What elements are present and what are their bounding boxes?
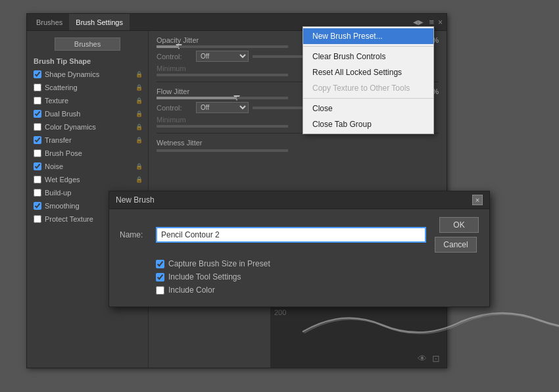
flow-slider-container[interactable]: [157, 97, 288, 99]
lock-icon-5: 🔒: [135, 137, 143, 143]
canvas-number: 200: [274, 308, 286, 316]
include-tool-label: Include Tool Settings: [168, 272, 241, 282]
sidebar-item-texture[interactable]: Texture🔒: [27, 94, 148, 107]
menu-item-clear-brush[interactable]: Clear Brush Controls: [303, 49, 433, 64]
sidebar-checkbox-11[interactable]: [34, 215, 41, 223]
sidebar-item-noise[interactable]: Noise🔒: [27, 160, 148, 173]
menu-divider-1: [303, 46, 433, 47]
sidebar-item-shape-dynamics[interactable]: Shape Dynamics🔒: [27, 68, 148, 81]
min-slider-2[interactable]: [157, 125, 288, 128]
tab-brush-settings[interactable]: Brush Settings: [69, 14, 130, 30]
sidebar-checkbox-0[interactable]: [34, 70, 41, 78]
dialog-close-button[interactable]: ×: [472, 195, 483, 205]
capture-brush-label: Capture Brush Size in Preset: [168, 259, 270, 268]
control-label-1: Control:: [157, 53, 196, 61]
sidebar-label-8: Wet Edges: [45, 176, 80, 184]
lock-icon-3: 🔒: [135, 110, 143, 117]
sidebar-checkbox-5[interactable]: [34, 136, 41, 144]
sidebar-label-6: Brush Pose: [45, 149, 82, 157]
sidebar-label-11: Protect Texture: [45, 215, 93, 223]
include-color-label: Include Color: [168, 285, 215, 295]
sidebar-label-3: Dual Brush: [45, 110, 80, 118]
sidebar-checkbox-8[interactable]: [34, 176, 41, 184]
brushes-button[interactable]: Brushes: [55, 37, 120, 51]
min-slider-1[interactable]: [157, 74, 288, 76]
sidebar-label-0: Shape Dynamics: [45, 70, 99, 78]
sidebar-item-dual-brush[interactable]: Dual Brush🔒: [27, 107, 148, 120]
checkbox-capture-brush: Capture Brush Size in Preset: [156, 259, 479, 268]
sidebar-label-5: Transfer: [45, 136, 72, 144]
dialog-body: Name: OK Cancel Capture Brush Size in Pr…: [109, 209, 489, 306]
new-brush-dialog: New Brush × Name: OK Cancel Capture Brus…: [109, 191, 490, 307]
panel-close-button[interactable]: ×: [437, 18, 444, 27]
lock-icon-8: 🔒: [135, 176, 143, 183]
capture-brush-checkbox[interactable]: [156, 260, 164, 268]
menu-item-close-tab-group[interactable]: Close Tab Group: [303, 116, 433, 132]
sidebar-checkbox-2[interactable]: [34, 97, 41, 105]
brush-tip-shape-header: Brush Tip Shape: [27, 56, 148, 68]
flow-jitter-label: Flow Jitter: [157, 87, 229, 95]
tab-arrows-icon[interactable]: ◀▶: [413, 18, 424, 26]
sidebar-item-wet-edges[interactable]: Wet Edges🔒: [27, 173, 148, 186]
checkbox-include-tool: Include Tool Settings: [156, 272, 479, 282]
sidebar-checkbox-3[interactable]: [34, 110, 41, 118]
tab-brushes[interactable]: Brushes: [30, 14, 69, 30]
control-label-2: Control:: [157, 104, 196, 112]
dropdown-menu: New Brush Preset... Clear Brush Controls…: [303, 26, 434, 134]
lock-icon-7: 🔒: [135, 163, 143, 170]
sidebar-label-7: Noise: [45, 162, 63, 170]
canvas-icons: 👁 ⊡: [418, 353, 440, 364]
lock-icon-1: 🔒: [135, 84, 143, 91]
dialog-name-label: Name:: [120, 230, 156, 239]
sidebar-checkbox-10[interactable]: [34, 202, 41, 210]
sidebar-label-10: Smoothing: [45, 202, 80, 210]
lock-icon-2: 🔒: [135, 97, 143, 104]
lock-icon-0: 🔒: [135, 71, 143, 78]
menu-divider-2: [303, 98, 433, 99]
menu-item-new-brush[interactable]: New Brush Preset...: [303, 28, 433, 44]
opacity-slider-container[interactable]: [157, 45, 288, 48]
dialog-ok-button[interactable]: OK: [439, 217, 479, 233]
dialog-title-bar: New Brush ×: [109, 191, 489, 209]
panel-menu-button[interactable]: ≡: [426, 17, 437, 27]
menu-item-copy-texture: Copy Texture to Other Tools: [303, 80, 433, 96]
menu-item-close[interactable]: Close: [303, 101, 433, 116]
sidebar-checkbox-6[interactable]: [34, 149, 41, 157]
dialog-name-input[interactable]: [156, 227, 426, 243]
sidebar-checkbox-1[interactable]: [34, 84, 41, 91]
wetness-slider[interactable]: [157, 149, 288, 152]
checkbox-include-color: Include Color: [156, 285, 479, 295]
sidebar-item-color-dynamics[interactable]: Color Dynamics🔒: [27, 120, 148, 134]
dialog-buttons: OK Cancel: [433, 217, 479, 253]
include-tool-checkbox[interactable]: [156, 273, 164, 282]
dialog-name-row: Name: OK Cancel: [120, 217, 479, 253]
dialog-cancel-button[interactable]: Cancel: [435, 237, 476, 253]
menu-item-reset-locked[interactable]: Reset All Locked Settings: [303, 64, 433, 80]
dialog-title: New Brush: [116, 195, 472, 205]
sidebar-checkbox-7[interactable]: [34, 162, 41, 170]
opacity-control-select[interactable]: Off Fade Pen Pressure: [196, 51, 249, 62]
wetness-jitter-label: Wetness Jitter: [157, 139, 229, 147]
sidebar-checkbox-9[interactable]: [34, 189, 41, 197]
sidebar-item-scattering[interactable]: Scattering🔒: [27, 81, 148, 94]
wetness-jitter-row: Wetness Jitter: [157, 139, 439, 147]
sidebar-item-brush-pose[interactable]: Brush Pose: [27, 147, 148, 160]
opacity-jitter-label: Opacity Jitter: [157, 36, 229, 44]
sidebar-label-4: Color Dynamics: [45, 123, 96, 131]
include-color-checkbox[interactable]: [156, 286, 164, 295]
frame-icon[interactable]: ⊡: [432, 353, 440, 364]
lock-icon-4: 🔒: [135, 124, 143, 130]
sidebar-label-9: Build-up: [45, 189, 71, 197]
flow-control-select[interactable]: Off Fade Pen Pressure: [196, 102, 249, 113]
sidebar-checkbox-4[interactable]: [34, 123, 41, 131]
sidebar-label-2: Texture: [45, 97, 68, 105]
sidebar-label-1: Scattering: [45, 84, 78, 91]
sidebar-item-transfer[interactable]: Transfer🔒: [27, 134, 148, 147]
eye-icon[interactable]: 👁: [418, 353, 427, 364]
